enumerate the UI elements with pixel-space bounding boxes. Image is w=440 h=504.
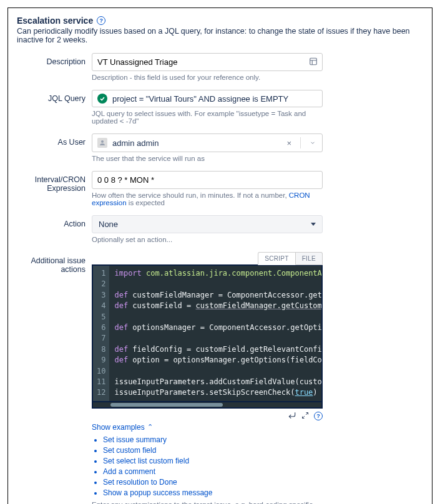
clear-icon[interactable]: × [283,138,295,148]
user-helper: The user that the service will run as [92,155,323,162]
expand-icon[interactable] [301,412,309,421]
jql-helper: JQL query to select issues with. For exa… [92,110,323,125]
jql-label: JQL Query [17,90,86,131]
svg-rect-0 [310,58,317,65]
example-item[interactable]: Add a comment [103,467,323,476]
action-value: None [99,220,118,229]
avatar-icon [97,138,107,148]
interval-helper: How often the service should run, in min… [92,191,323,206]
template-icon[interactable] [309,57,318,67]
tab-file[interactable]: FILE [296,252,323,265]
user-label: As User [17,133,86,168]
description-input[interactable] [92,53,323,71]
help-icon[interactable]: ? [97,16,105,25]
scroll-thumb[interactable] [110,403,223,407]
svg-line-5 [303,416,305,419]
description-label: Description [17,53,86,87]
redirect-icon[interactable] [288,411,296,422]
jql-input[interactable]: project = "Virtual Tours" AND assignee i… [92,90,323,107]
svg-line-4 [306,412,308,415]
example-item[interactable]: Set issue summary [103,435,323,444]
description-helper: Description - this field is used for you… [92,74,323,81]
action-helper: Optionally set an action... [92,236,323,243]
code-content[interactable]: import com.atlassian.jira.component.Comp… [109,266,321,401]
code-editor[interactable]: 123456789101112 import com.atlassian.jir… [92,264,323,402]
jql-value: project = "Virtual Tours" AND assignee i… [112,94,288,104]
example-item[interactable]: Set select list custom field [103,457,323,465]
page-subtitle: Can periodically modify issues based on … [17,27,423,44]
interval-input[interactable] [92,171,323,189]
horizontal-scrollbar[interactable] [92,402,323,409]
chevron-up-icon: ⌃ [147,423,153,431]
line-gutter: 123456789101112 [93,266,109,401]
additional-label: Additional issue actions [17,252,86,504]
action-select[interactable]: None [92,215,323,233]
tab-script[interactable]: SCRIPT [258,252,295,265]
chevron-down-icon[interactable] [306,138,317,148]
example-item[interactable]: Show a popup success message [103,488,323,497]
example-item[interactable]: Set resolution to Done [103,478,323,487]
user-value: admin admin [112,138,159,148]
additional-helper: Enter any customisations to the target i… [92,501,323,504]
editor-help-icon[interactable]: ? [314,412,323,420]
interval-label: Interval/CRON Expression [17,171,86,213]
user-select[interactable]: admin admin × [92,133,323,152]
example-item[interactable]: Set custom field [103,446,323,455]
check-icon [97,94,107,104]
caret-down-icon [311,223,316,226]
divider [300,137,301,148]
svg-point-3 [101,140,104,143]
show-examples-toggle[interactable]: Show examples ⌃ [92,423,153,432]
action-label: Action [17,215,86,250]
page-title: Escalation service [17,16,93,26]
